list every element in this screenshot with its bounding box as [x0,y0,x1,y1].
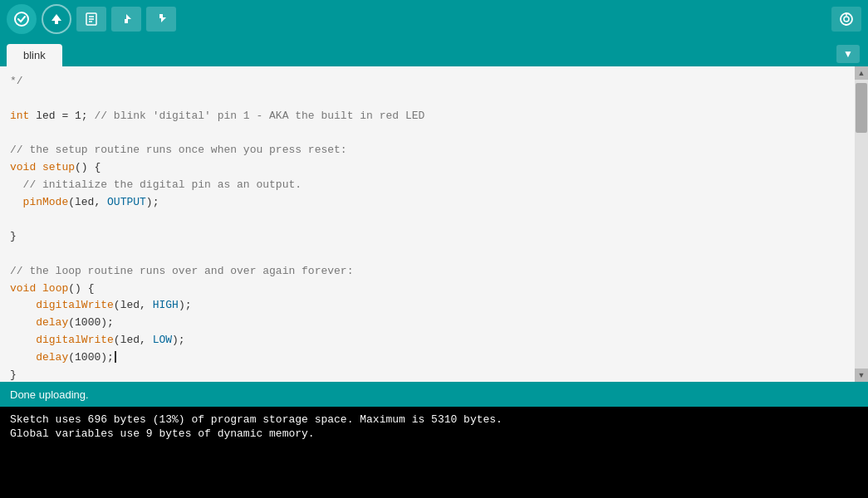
code-line: */ [10,73,845,90]
toolbar [0,0,868,37]
save-button[interactable] [146,7,176,32]
scrollbar[interactable]: ▲ ▼ [855,66,868,382]
code-line: digitalWrite(led, HIGH); [10,297,845,315]
dropdown-arrow-icon: ▼ [843,48,853,60]
open-icon [119,12,134,26]
code-line: pinMode(led, OUTPUT); [10,194,845,212]
code-line: delay(1000); [10,315,845,332]
editor-container: */ int led = 1; // blink 'digital' pin 1… [0,66,868,382]
tab-bar: blink ▼ [0,37,868,66]
serial-monitor-icon [839,12,854,27]
scroll-track[interactable] [855,80,868,369]
open-button[interactable] [111,7,141,32]
console-area[interactable]: Sketch uses 696 bytes (13%) of program s… [0,407,868,498]
code-line: // the loop routine runs over and over a… [10,263,845,281]
svg-marker-6 [126,14,131,19]
serial-monitor-button[interactable] [831,7,861,32]
code-line [10,124,845,142]
console-header: Done uploading. [0,382,868,407]
code-line [10,246,845,263]
tab-blink[interactable]: blink [7,44,62,66]
svg-rect-9 [159,14,163,18]
console-status: Done uploading. [10,388,89,401]
code-line: delay(1000); [10,349,845,367]
verify-icon [14,12,29,27]
new-icon [84,12,99,27]
code-line [10,211,845,228]
scroll-down-button[interactable]: ▼ [855,369,868,382]
code-line: void setup() { [10,159,845,177]
code-line: void loop() { [10,281,845,298]
upload-icon [50,12,63,26]
code-line [10,90,845,108]
verify-button[interactable] [7,4,37,34]
svg-rect-7 [125,19,128,23]
save-icon [154,12,169,26]
code-line: } [10,228,845,246]
console-output-line1: Sketch uses 696 bytes (13%) of program s… [10,413,858,426]
upload-button[interactable] [42,4,71,34]
code-line: // the setup routine runs once when you … [10,142,845,159]
svg-marker-1 [51,14,61,24]
console-output-line2: Global variables use 9 bytes of dynamic … [10,427,858,440]
tab-dropdown-button[interactable]: ▼ [836,45,860,63]
code-line: } [10,367,845,382]
svg-point-11 [844,17,849,22]
code-editor[interactable]: */ int led = 1; // blink 'digital' pin 1… [0,66,855,382]
svg-point-0 [15,12,28,26]
new-button[interactable] [76,7,106,32]
scroll-up-button[interactable]: ▲ [855,66,868,80]
code-line: digitalWrite(led, LOW); [10,332,845,349]
scroll-thumb[interactable] [856,83,867,133]
code-line: int led = 1; // blink 'digital' pin 1 - … [10,108,845,125]
code-line: // initialize the digital pin as an outp… [10,177,845,194]
tab-label: blink [23,49,46,61]
